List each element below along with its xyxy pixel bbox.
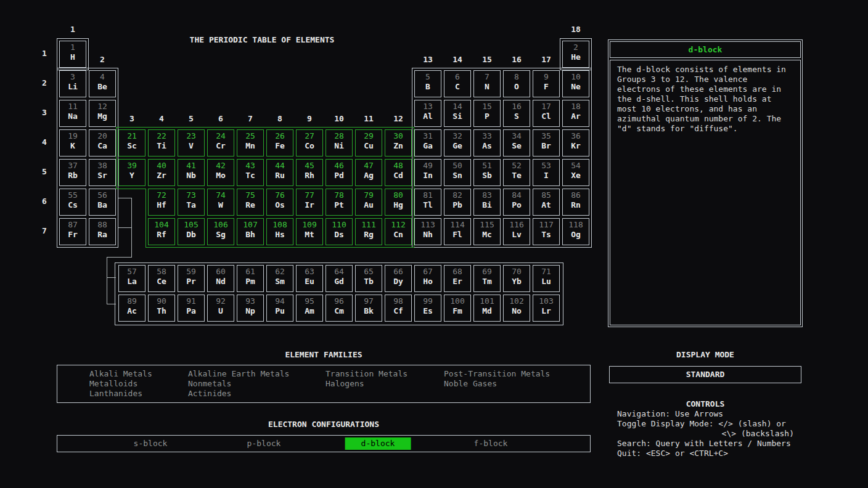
element-cell-zn[interactable]: 30Zn [385, 129, 412, 157]
family-item-nonmetals[interactable]: Nonmetals [188, 379, 289, 389]
family-item-lanthanides[interactable]: Lanthanides [89, 389, 152, 399]
element-cell-n[interactable]: 7N [473, 70, 501, 97]
element-cell-sc[interactable]: 21Sc [118, 129, 145, 157]
element-cell-pd[interactable]: 46Pd [326, 159, 353, 186]
element-cell-fm[interactable]: 100Fm [444, 295, 471, 322]
element-cell-cf[interactable]: 98Cf [385, 295, 412, 322]
element-cell-bk[interactable]: 97Bk [355, 295, 382, 322]
element-cell-eu[interactable]: 63Eu [296, 265, 323, 292]
element-cell-bh[interactable]: 107Bh [237, 218, 264, 245]
element-cell-he[interactable]: 2He [562, 41, 589, 68]
element-cell-as[interactable]: 33As [473, 129, 501, 157]
element-cell-na[interactable]: 11Na [59, 100, 86, 127]
element-cell-cn[interactable]: 112Cn [385, 218, 412, 245]
element-cell-ac[interactable]: 89Ac [118, 295, 145, 322]
element-cell-s[interactable]: 16S [503, 100, 530, 127]
element-cell-ag[interactable]: 47Ag [355, 159, 382, 186]
display-mode-toggle[interactable]: STANDARD [609, 366, 801, 383]
element-cell-db[interactable]: 105Db [178, 218, 205, 245]
element-cell-pu[interactable]: 94Pu [266, 295, 293, 322]
element-cell-si[interactable]: 14Si [444, 100, 471, 127]
element-cell-er[interactable]: 68Er [444, 265, 471, 292]
element-cell-mn[interactable]: 25Mn [237, 129, 264, 157]
element-cell-h[interactable]: 1H [59, 41, 86, 68]
element-cell-bi[interactable]: 83Bi [473, 189, 501, 216]
element-cell-sg[interactable]: 106Sg [207, 218, 234, 245]
element-cell-tb[interactable]: 65Tb [355, 265, 382, 292]
element-cell-ra[interactable]: 88Ra [89, 218, 116, 245]
element-cell-cm[interactable]: 96Cm [326, 295, 353, 322]
element-cell-al[interactable]: 13Al [414, 100, 441, 127]
element-cell-po[interactable]: 84Po [503, 189, 530, 216]
element-cell-ta[interactable]: 73Ta [178, 189, 205, 216]
element-cell-ce[interactable]: 58Ce [148, 265, 175, 292]
element-cell-i[interactable]: 53I [533, 159, 560, 186]
element-cell-se[interactable]: 34Se [503, 129, 530, 157]
element-cell-mo[interactable]: 42Mo [207, 159, 234, 186]
element-cell-cl[interactable]: 17Cl [533, 100, 560, 127]
element-cell-rb[interactable]: 37Rb [59, 159, 86, 186]
config-item-d-block[interactable]: d-block [345, 437, 411, 450]
element-cell-mt[interactable]: 109Mt [296, 218, 323, 245]
element-cell-br[interactable]: 35Br [533, 129, 560, 157]
element-cell-ti[interactable]: 22Ti [148, 129, 175, 157]
element-cell-rf[interactable]: 104Rf [148, 218, 175, 245]
element-cell-li[interactable]: 3Li [59, 70, 86, 97]
element-cell-np[interactable]: 93Np [237, 295, 264, 322]
element-cell-lu[interactable]: 71Lu [533, 265, 560, 292]
family-item-alkali-metals[interactable]: Alkali Metals [89, 369, 152, 379]
element-cell-og[interactable]: 118Og [562, 218, 589, 245]
element-cell-au[interactable]: 79Au [355, 189, 382, 216]
family-item-noble-gases[interactable]: Noble Gases [444, 379, 550, 389]
element-cell-at[interactable]: 85At [533, 189, 560, 216]
element-cell-md[interactable]: 101Md [473, 295, 501, 322]
element-cell-no[interactable]: 102No [503, 295, 530, 322]
family-item-metalloids[interactable]: Metalloids [89, 379, 152, 389]
element-cell-hs[interactable]: 108Hs [266, 218, 293, 245]
element-cell-p[interactable]: 15P [473, 100, 501, 127]
element-cell-co[interactable]: 27Co [296, 129, 323, 157]
element-cell-cd[interactable]: 48Cd [385, 159, 412, 186]
element-cell-cr[interactable]: 24Cr [207, 129, 234, 157]
family-item-alkaline-earth-metals[interactable]: Alkaline Earth Metals [188, 369, 289, 379]
config-item-p-block[interactable]: p-block [231, 437, 297, 450]
element-cell-w[interactable]: 74W [207, 189, 234, 216]
element-cell-hf[interactable]: 72Hf [148, 189, 175, 216]
element-cell-tl[interactable]: 81Tl [414, 189, 441, 216]
element-cell-ca[interactable]: 20Ca [89, 129, 116, 157]
config-item-s-block[interactable]: s-block [118, 437, 184, 450]
element-cell-fe[interactable]: 26Fe [266, 129, 293, 157]
element-cell-ts[interactable]: 117Ts [533, 218, 560, 245]
element-cell-v[interactable]: 23V [178, 129, 205, 157]
element-cell-yb[interactable]: 70Yb [503, 265, 530, 292]
element-cell-ds[interactable]: 110Ds [326, 218, 353, 245]
element-cell-be[interactable]: 4Be [89, 70, 116, 97]
element-cell-ru[interactable]: 44Ru [266, 159, 293, 186]
element-cell-dy[interactable]: 66Dy [385, 265, 412, 292]
element-cell-te[interactable]: 52Te [503, 159, 530, 186]
element-cell-lr[interactable]: 103Lr [533, 295, 560, 322]
element-cell-tc[interactable]: 43Tc [237, 159, 264, 186]
element-cell-pm[interactable]: 61Pm [237, 265, 264, 292]
element-cell-nh[interactable]: 113Nh [414, 218, 441, 245]
family-item-transition-metals[interactable]: Transition Metals [326, 369, 407, 379]
element-cell-ar[interactable]: 18Ar [562, 100, 589, 127]
element-cell-mc[interactable]: 115Mc [473, 218, 501, 245]
family-item-post-transition-metals[interactable]: Post-Transition Metals [444, 369, 550, 379]
element-cell-fr[interactable]: 87Fr [59, 218, 86, 245]
element-cell-in[interactable]: 49In [414, 159, 441, 186]
element-cell-kr[interactable]: 36Kr [562, 129, 589, 157]
family-item-halogens[interactable]: Halogens [326, 379, 407, 389]
element-cell-nb[interactable]: 41Nb [178, 159, 205, 186]
element-cell-ir[interactable]: 77Ir [296, 189, 323, 216]
element-cell-fl[interactable]: 114Fl [444, 218, 471, 245]
element-cell-hg[interactable]: 80Hg [385, 189, 412, 216]
element-cell-rg[interactable]: 111Rg [355, 218, 382, 245]
element-cell-c[interactable]: 6C [444, 70, 471, 97]
element-cell-pb[interactable]: 82Pb [444, 189, 471, 216]
element-cell-ba[interactable]: 56Ba [89, 189, 116, 216]
element-cell-sm[interactable]: 62Sm [266, 265, 293, 292]
element-cell-am[interactable]: 95Am [296, 295, 323, 322]
element-cell-ni[interactable]: 28Ni [326, 129, 353, 157]
element-cell-tm[interactable]: 69Tm [473, 265, 501, 292]
